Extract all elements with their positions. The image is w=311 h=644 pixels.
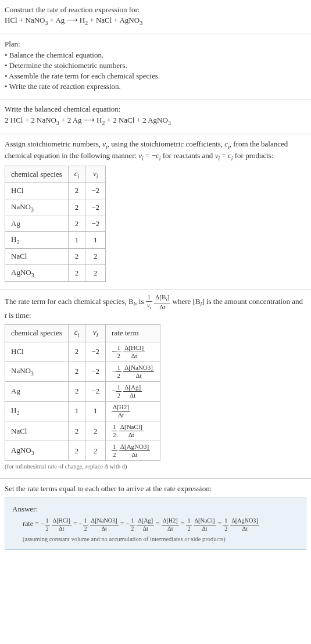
fraction: Δ[AgNO3]Δt <box>230 518 259 531</box>
denominator: 2 <box>223 525 228 532</box>
fraction: 12 <box>83 518 88 531</box>
subscript: i <box>96 332 98 338</box>
numerator: Δ[Bi] <box>154 294 170 303</box>
text: for reactants and <box>161 151 215 160</box>
cell-species: Ag <box>5 216 69 231</box>
cell-vi: 2 <box>85 441 106 461</box>
subscript: i <box>78 173 80 180</box>
sign: − <box>41 520 45 528</box>
numerator: 1 <box>223 518 228 525</box>
table-header-row: chemical species ci νi <box>5 166 106 183</box>
cell-ci: 2 <box>68 342 85 362</box>
cell-species: Ag <box>5 381 69 401</box>
col-species: chemical species <box>5 325 69 342</box>
cell-vi: −2 <box>85 216 106 231</box>
text: Δt <box>159 303 165 310</box>
denominator: Δt <box>154 303 170 310</box>
balanced-equation: 2 HCl + 2 NaNO3 + 2 Ag ⟶ H2 + 2 NaCl + 2… <box>5 115 306 127</box>
eq-part: 2 HCl + 2 NaNO <box>5 116 56 124</box>
table-row: NaCl22 <box>5 249 106 264</box>
text: Assign stoichiometric numbers, <box>5 139 102 148</box>
col-rate-term: rate term <box>106 325 160 342</box>
cell-vi: −2 <box>85 342 106 362</box>
numerator: Δ[H2] <box>162 518 179 525</box>
numerator: Δ[NaNO3] <box>123 364 154 372</box>
table-row: AgNO32212 Δ[AgNO3]Δt <box>5 441 160 461</box>
cell-species: H2 <box>5 232 69 249</box>
table-row: NaNO32−2−12 Δ[NaNO3]Δt <box>5 362 160 381</box>
plan-bullet: • Assemble the rate term for each chemic… <box>5 71 306 81</box>
cell-ci: 2 <box>68 183 85 199</box>
denominator: Δt <box>230 525 259 532</box>
plan-bullet: • Determine the stoichiometric numbers. <box>5 60 306 71</box>
text: is time: <box>7 311 31 320</box>
cell-vi: 2 <box>85 249 106 264</box>
numerator: Δ[Ag] <box>123 384 142 392</box>
cell-species: NaNO3 <box>5 362 69 381</box>
answer-label: Answer: <box>12 504 299 514</box>
rate-prefix: rate = <box>23 520 41 528</box>
cell-rate-term: Δ[H2]Δt <box>106 401 160 421</box>
table-row: NaNO32−2 <box>5 199 106 216</box>
numerator: 1 <box>45 518 50 525</box>
cell-species: NaCl <box>5 421 69 441</box>
denominator: 2 <box>112 431 117 438</box>
table-row: H211 <box>5 232 106 249</box>
denominator: Δt <box>123 372 154 379</box>
sign: − <box>112 366 116 375</box>
eq-part: + 2 Ag <box>59 116 84 124</box>
table-row: Ag2−2 <box>5 216 106 231</box>
numerator: Δ[NaCl] <box>194 518 216 525</box>
prompt-section: Construct the rate of reaction expressio… <box>0 0 311 34</box>
cell-ci: 2 <box>68 381 85 401</box>
prompt-line1: Construct the rate of reaction expressio… <box>5 5 306 15</box>
cell-ci: 2 <box>68 264 85 281</box>
fraction: 12 <box>130 518 135 531</box>
fraction: Δ[Ag]Δt <box>137 518 154 531</box>
fraction: Δ[Ag]Δt <box>123 384 142 399</box>
text: The rate term for each chemical species,… <box>5 297 134 306</box>
table-row: AgNO322 <box>5 264 106 281</box>
balanced-heading: Write the balanced chemical equation: <box>5 104 306 115</box>
table-row: NaCl2212 Δ[NaCl]Δt <box>5 421 160 441</box>
plan-section: Plan: • Balance the chemical equation. •… <box>0 34 311 99</box>
numerator: 1 <box>112 424 117 431</box>
numerator: Δ[H2] <box>112 404 130 412</box>
denominator: Δt <box>123 392 142 399</box>
numerator: Δ[HCl] <box>123 345 145 352</box>
cell-species: NaNO3 <box>5 199 69 216</box>
balanced-section: Write the balanced chemical equation: 2 … <box>0 99 311 133</box>
denominator: 2 <box>112 451 117 458</box>
sign: − <box>126 520 130 528</box>
cell-species: AgNO3 <box>5 441 69 461</box>
cell-ci: 2 <box>68 199 85 216</box>
text: ] is the amount concentration and <box>202 297 303 306</box>
fraction: 12 <box>116 384 121 399</box>
subscript: i <box>150 305 151 310</box>
cell-species: HCl <box>5 342 69 362</box>
denominator: Δt <box>194 525 216 532</box>
numerator: 1 <box>116 345 121 352</box>
final-section: Set the rate terms equal to each other t… <box>0 479 311 557</box>
cell-vi: −2 <box>85 381 106 401</box>
plan-heading: Plan: <box>5 39 306 49</box>
answer-box: Answer: rate = −12 Δ[HCl]Δt = −12 Δ[NaNO… <box>5 498 306 550</box>
text: , using the stoichiometric coefficients, <box>108 139 225 148</box>
table-row: HCl2−2 <box>5 183 106 199</box>
stoich-table: chemical species ci νi HCl2−2NaNO32−2Ag2… <box>5 166 106 282</box>
text: Δ[B <box>155 294 166 300</box>
cell-species: H2 <box>5 401 69 421</box>
arrow-icon: ⟶ <box>84 116 95 124</box>
table-row: HCl2−2−12 Δ[HCl]Δt <box>5 342 160 362</box>
table-row: Ag2−2−12 Δ[Ag]Δt <box>5 381 160 401</box>
denominator: Δt <box>137 525 154 532</box>
denominator: 2 <box>45 525 50 532</box>
text: = − <box>144 151 156 160</box>
cell-vi: −2 <box>85 199 106 216</box>
answer-note: (assuming constant volume and no accumul… <box>12 535 299 544</box>
fraction: 12 <box>45 518 50 531</box>
sign: − <box>112 346 116 355</box>
text: ] <box>167 294 170 300</box>
prompt-equation: HCl + NaNO3 + Ag ⟶ H2 + NaCl + AgNO3 <box>5 15 306 27</box>
cell-rate-term: 12 Δ[AgNO3]Δt <box>106 441 160 461</box>
